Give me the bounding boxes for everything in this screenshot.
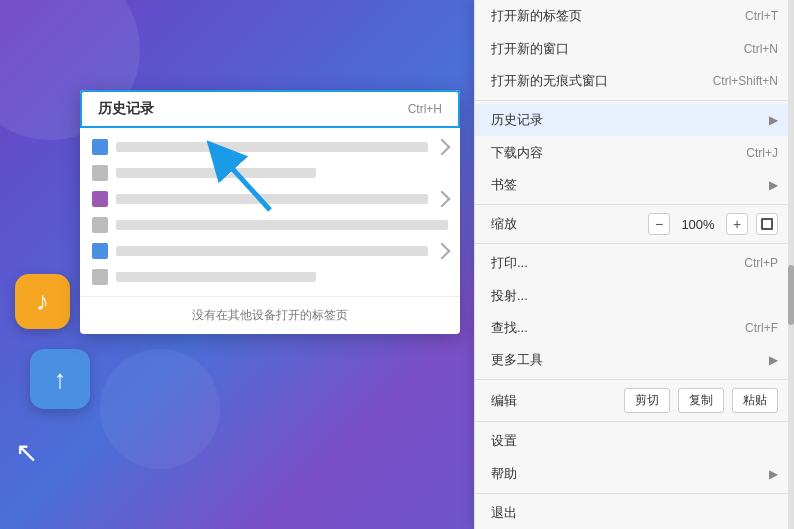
menu-item-print[interactable]: 打印... Ctrl+P [475, 247, 794, 279]
menu-item-new-window-shortcut: Ctrl+N [744, 42, 778, 56]
favicon-icon [92, 269, 108, 285]
menu-item-zoom: 缩放 − 100% + [475, 208, 794, 240]
zoom-label: 缩放 [491, 215, 648, 233]
history-item-text [116, 272, 316, 282]
chevron-right-icon: ▶ [769, 467, 778, 481]
menu-item-bookmarks-label: 书签 [491, 176, 761, 194]
fullscreen-icon [761, 218, 773, 230]
chevron-right-icon [434, 191, 451, 208]
menu-item-help[interactable]: 帮助 ▶ [475, 457, 794, 489]
menu-item-history-label: 历史记录 [491, 111, 761, 129]
menu-item-downloads-label: 下载内容 [491, 144, 726, 162]
list-item[interactable] [80, 212, 460, 238]
cursor-icon: ↖ [15, 436, 38, 469]
divider [475, 243, 794, 244]
history-item-text [116, 220, 448, 230]
context-menu: 打开新的标签页 Ctrl+T 打开新的窗口 Ctrl+N 打开新的无痕式窗口 C… [474, 0, 794, 529]
menu-item-exit[interactable]: 退出 [475, 497, 794, 529]
menu-item-bookmarks[interactable]: 书签 ▶ [475, 169, 794, 201]
divider [475, 204, 794, 205]
divider [475, 100, 794, 101]
menu-item-new-window-label: 打开新的窗口 [491, 40, 724, 58]
menu-item-edit: 编辑 剪切 复制 粘贴 [475, 383, 794, 418]
history-header-shortcut: Ctrl+H [408, 102, 442, 116]
divider [475, 421, 794, 422]
upload-icon: ↑ [30, 349, 90, 409]
menu-item-help-label: 帮助 [491, 465, 761, 483]
menu-item-more-tools[interactable]: 更多工具 ▶ [475, 344, 794, 376]
zoom-value: 100% [678, 217, 718, 232]
menu-item-new-tab-label: 打开新的标签页 [491, 7, 725, 25]
zoom-out-button[interactable]: − [648, 213, 670, 235]
menu-item-new-tab[interactable]: 打开新的标签页 Ctrl+T [475, 0, 794, 32]
history-item-text [116, 246, 428, 256]
divider [475, 493, 794, 494]
menu-item-history[interactable]: 历史记录 ▶ [475, 104, 794, 136]
divider [475, 379, 794, 380]
zoom-in-button[interactable]: + [726, 213, 748, 235]
menu-item-new-window[interactable]: 打开新的窗口 Ctrl+N [475, 32, 794, 64]
list-item[interactable] [80, 134, 460, 160]
history-footer-text: 没有在其他设备打开的标签页 [80, 296, 460, 334]
menu-item-settings-label: 设置 [491, 432, 778, 450]
favicon-icon [92, 165, 108, 181]
menu-item-cast-label: 投射... [491, 287, 778, 305]
menu-item-print-shortcut: Ctrl+P [744, 256, 778, 270]
menu-item-downloads[interactable]: 下载内容 Ctrl+J [475, 136, 794, 168]
chevron-right-icon: ▶ [769, 113, 778, 127]
list-item[interactable] [80, 186, 460, 212]
copy-button[interactable]: 复制 [678, 388, 724, 413]
menu-item-incognito-label: 打开新的无痕式窗口 [491, 72, 693, 90]
edit-label: 编辑 [491, 392, 616, 410]
chevron-right-icon [434, 243, 451, 260]
favicon-icon [92, 191, 108, 207]
favicon-icon [92, 139, 108, 155]
history-list [80, 128, 460, 296]
history-header: 历史记录 Ctrl+H [80, 90, 460, 128]
menu-item-exit-label: 退出 [491, 504, 778, 522]
list-item[interactable] [80, 160, 460, 186]
zoom-controls: − 100% + [648, 213, 778, 235]
history-item-text [116, 142, 428, 152]
cut-button[interactable]: 剪切 [624, 388, 670, 413]
music-icon: ♪ [15, 274, 70, 329]
scrollbar[interactable] [788, 0, 794, 529]
chevron-right-icon: ▶ [769, 178, 778, 192]
chevron-right-icon [434, 139, 451, 156]
menu-item-downloads-shortcut: Ctrl+J [746, 146, 778, 160]
menu-item-find-shortcut: Ctrl+F [745, 321, 778, 335]
list-item[interactable] [80, 264, 460, 290]
scrollbar-thumb[interactable] [788, 265, 794, 325]
menu-item-settings[interactable]: 设置 [475, 425, 794, 457]
menu-item-new-tab-shortcut: Ctrl+T [745, 9, 778, 23]
menu-item-find[interactable]: 查找... Ctrl+F [475, 312, 794, 344]
history-submenu: 历史记录 Ctrl+H 没有在其他设备打 [80, 90, 460, 334]
menu-item-cast[interactable]: 投射... [475, 279, 794, 311]
menu-item-find-label: 查找... [491, 319, 725, 337]
menu-item-more-tools-label: 更多工具 [491, 351, 761, 369]
menu-item-incognito-shortcut: Ctrl+Shift+N [713, 74, 778, 88]
paste-button[interactable]: 粘贴 [732, 388, 778, 413]
list-item[interactable] [80, 238, 460, 264]
menu-item-incognito[interactable]: 打开新的无痕式窗口 Ctrl+Shift+N [475, 65, 794, 97]
chevron-right-icon: ▶ [769, 353, 778, 367]
fullscreen-button[interactable] [756, 213, 778, 235]
favicon-icon [92, 217, 108, 233]
history-header-title: 历史记录 [98, 100, 154, 118]
history-item-text [116, 168, 316, 178]
menu-item-print-label: 打印... [491, 254, 724, 272]
history-item-text [116, 194, 428, 204]
favicon-icon [92, 243, 108, 259]
